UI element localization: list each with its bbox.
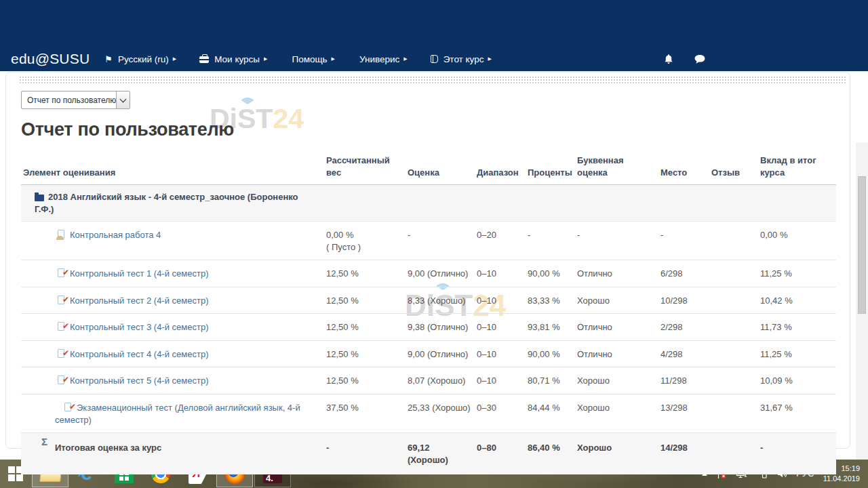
nav-menu-label: Русский (ru) [118, 54, 169, 64]
cell-feedback [711, 260, 760, 287]
cell-contribution: 10,09 % [760, 367, 836, 394]
cell-grade: 9,00 (Отлично) [408, 341, 477, 367]
cell-range: 0–10 [477, 314, 528, 340]
col-header-range: Диапазон [477, 147, 528, 184]
col-header-weight: Рассчитанный вес [326, 147, 408, 184]
cell-percent: 90,00 % [528, 341, 577, 367]
cell-feedback [711, 222, 760, 260]
nav-menu-label: Помощь [292, 54, 327, 64]
cell-percent: 83,33 % [528, 287, 577, 314]
cell-item-name: ✔Контрольный тест 4 (4-й семестр) [21, 341, 326, 367]
table-row: Итоговая оценка за курс-69,12(Хорошо)0–8… [21, 433, 836, 474]
messages-icon[interactable] [694, 54, 706, 65]
sigma-icon [41, 443, 51, 452]
col-header-contribution: Вклад в итог курса [760, 147, 836, 184]
cell-grade: 8,07 (Хорошо) [408, 367, 477, 394]
cell-percent: 84,44 % [528, 394, 577, 432]
cell-contribution: - [760, 433, 836, 474]
screen: edu@SUSU Русский (ru)▶Мои курсы▶Помощь▶У… [0, 0, 868, 488]
signal-arcs-icon [237, 95, 258, 106]
cell-weight: - [326, 433, 408, 474]
cell-grade [408, 185, 477, 221]
grade-item-link[interactable]: Контрольный тест 4 (4-й семестр) [70, 349, 208, 359]
cell-feedback [711, 433, 760, 474]
cell-weight: 0,00 %( Пусто ) [326, 222, 408, 260]
cell-contribution: 0,00 % [760, 222, 836, 260]
cell-range: 0–80 [477, 433, 528, 474]
quiz-icon: ✔ [56, 375, 66, 385]
nav-menu-4[interactable]: Универис▶ [358, 54, 408, 64]
cell-item-name: ✔Экзаменационный тест (Деловой английски… [21, 394, 326, 432]
col-header-item: Элемент оценивания [21, 147, 326, 184]
grade-item-link[interactable]: Контрольный тест 2 (4-й семестр) [70, 296, 208, 306]
cell-feedback [711, 394, 760, 432]
report-type-select[interactable]: Отчет по пользователю [21, 91, 130, 109]
nav-menu-label: Мои курсы [214, 54, 260, 64]
cell-contribution: 11,73 % [760, 314, 836, 340]
cell-range: 0–20 [477, 222, 528, 260]
scrollbar-thumb[interactable] [858, 176, 866, 314]
cell-percent: 93,81 % [528, 314, 577, 340]
notifications-bell-icon[interactable] [663, 54, 674, 65]
site-logo[interactable]: edu@SUSU [11, 51, 90, 67]
cell-letter: Отлично [577, 314, 660, 340]
cell-item-name: ✔Контрольный тест 2 (4-й семестр) [21, 287, 326, 314]
quiz-icon: ✔ [56, 296, 66, 305]
assignment-icon [56, 230, 66, 239]
cell-contribution: 11,25 % [760, 341, 836, 367]
nav-menu-2[interactable]: Мои курсы▶ [199, 54, 267, 64]
book-icon [431, 55, 438, 63]
cell-rank: 4/298 [660, 341, 711, 367]
cell-grade: 9,38 (Отлично) [408, 314, 477, 340]
cell-percent [528, 185, 577, 221]
cell-item-name: ✔Контрольный тест 5 (4-й семестр) [21, 367, 326, 394]
grade-item-link[interactable]: Контрольный тест 3 (4-й семестр) [70, 322, 208, 332]
col-header-percent: Проценты [528, 147, 577, 184]
grade-item-link[interactable]: Экзаменационный тест (Деловой английский… [55, 403, 300, 425]
folder-icon [35, 195, 44, 201]
cell-letter [577, 185, 660, 221]
grade-item-link[interactable]: Контрольная работа 4 [70, 230, 161, 240]
table-row: ✔Контрольный тест 2 (4-й семестр)12,50 %… [21, 287, 836, 314]
cell-letter: - [577, 222, 660, 260]
texture-strip [19, 76, 847, 83]
cell-rank [660, 185, 711, 221]
cell-rank: - [660, 222, 711, 260]
cell-range: 0–10 [477, 367, 528, 394]
col-header-rank: Место [660, 147, 711, 184]
cell-rank: 13/298 [660, 394, 711, 432]
table-body: 2018 Английский язык - 4-й семестр_заочн… [21, 185, 836, 474]
cell-grade: - [408, 222, 477, 260]
cell-rank: 6/298 [660, 260, 711, 287]
cell-letter: Хорошо [577, 287, 660, 314]
cell-contribution: 11,25 % [760, 260, 836, 287]
cell-feedback [711, 287, 760, 314]
page-title: Отчет по пользователю [21, 119, 835, 140]
table-header-row: Элемент оценивания Рассчитанный вес Оцен… [21, 147, 836, 185]
nav-menu-label: Универис [359, 54, 399, 64]
chevron-down-icon [120, 96, 127, 102]
table-row: ✔Контрольный тест 4 (4-й семестр)12,50 %… [21, 341, 836, 368]
cell-feedback [711, 341, 760, 367]
cell-contribution: 31,67 % [760, 394, 836, 432]
quiz-icon: ✔ [56, 349, 66, 359]
vertical-scrollbar[interactable] [856, 142, 868, 488]
grade-item-link[interactable]: Контрольный тест 1 (4-й семестр) [70, 268, 208, 279]
table-row: 2018 Английский язык - 4-й семестр_заочн… [21, 185, 836, 222]
briefcase-icon [199, 56, 209, 63]
cell-grade: 9,00 (Отлично) [408, 260, 477, 287]
grade-item-link[interactable]: Контрольный тест 5 (4-й семестр) [70, 375, 208, 386]
clock-date: 11.04.2019 [823, 474, 860, 484]
cell-rank: 2/298 [660, 314, 711, 340]
nav-menu-3[interactable]: Помощь▶ [290, 54, 335, 64]
col-header-feedback: Отзыв [711, 147, 760, 184]
nav-menu-5[interactable]: Этот курс▶ [431, 54, 492, 64]
table-row: Контрольная работа 40,00 %( Пусто )-0–20… [21, 222, 836, 260]
quiz-icon: ✔ [56, 268, 66, 278]
cell-weight: 12,50 % [326, 287, 408, 314]
report-type-value: Отчет по пользователю [22, 96, 116, 105]
cell-range: 0–30 [477, 394, 528, 432]
cell-weight: 12,50 % [326, 341, 408, 367]
cell-grade: 8,33 (Хорошо) [408, 287, 477, 314]
nav-menu-1[interactable]: Русский (ru)▶ [104, 54, 176, 64]
